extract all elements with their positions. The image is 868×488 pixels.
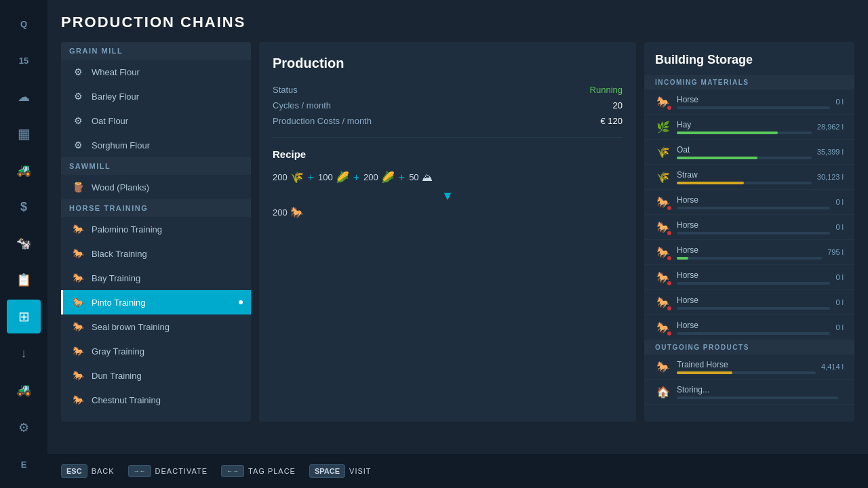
list-item-wood-planks[interactable]: 🪵 Wood (Planks): [61, 175, 251, 199]
seal-brown-label: Seal brown Training: [92, 322, 170, 332]
dun-horse-icon: 🐎: [71, 369, 85, 382]
list-item-seal-brown-training[interactable]: 🐎 Seal brown Training: [61, 314, 251, 339]
status-label: Status: [273, 85, 298, 95]
pinto-horse-icon: 🐎: [71, 296, 85, 309]
tag-place-button[interactable]: ←→ TAG PLACE: [221, 465, 296, 477]
outgoing-header: OUTGOING PRODUCTS: [644, 340, 854, 354]
storage-horse-amount-3: 0 l: [835, 223, 844, 231]
sidebar-item-q[interactable]: Q: [7, 7, 41, 41]
recipe-arrow-down: ▼: [273, 189, 623, 203]
recipe-item-1: 200 🌾: [273, 171, 304, 184]
active-dot: [239, 300, 243, 304]
document-icon: 📋: [16, 272, 31, 287]
sidebar-item-chart[interactable]: ▦: [7, 117, 41, 150]
storage-horse-icon-4: 🐎: [655, 244, 671, 260]
storage-horse-icon-5: 🐎: [655, 269, 671, 285]
status-value: Running: [590, 85, 623, 95]
grain-icon-1: 🌾: [290, 171, 304, 184]
space-key: SPACE: [309, 464, 345, 478]
recipe-amount-3: 200: [363, 172, 378, 182]
recipe-input-row: 200 🌾 + 100 🌽 + 200 🌽 + 50 ⛰: [273, 171, 623, 184]
back-button[interactable]: ESC BACK: [61, 464, 115, 478]
storage-item-hay: 🌿 Hay 28,962 l: [644, 115, 854, 140]
sidebar-item-vehicle2[interactable]: 🚜: [7, 373, 41, 407]
list-item-black-training[interactable]: 🐎 Black Training: [61, 241, 251, 266]
back-label: BACK: [92, 467, 115, 475]
section-header-sawmill: SAWMILL: [61, 157, 251, 175]
recipe-amount-4: 50: [409, 172, 418, 182]
cattle-icon: 🐄: [16, 236, 31, 251]
barley-flour-label: Barley Flour: [92, 92, 139, 102]
storage-storing-name: Storing...: [677, 385, 838, 394]
list-item-sorghum-flour[interactable]: ⚙ Sorghum Flour: [61, 133, 251, 157]
seal-brown-icon: 🐎: [71, 320, 85, 333]
black-horse-icon: 🐎: [71, 247, 85, 260]
storage-horse-amount-5: 0 l: [835, 273, 844, 281]
sidebar-item-dollar[interactable]: $: [7, 190, 41, 224]
storage-item-horse-5: 🐎 Horse 0 l: [644, 265, 854, 290]
sidebar-item-download[interactable]: ↓: [7, 336, 41, 370]
storage-horse-amount-7: 0 l: [835, 323, 844, 331]
storage-horse-icon-7: 🐎: [655, 319, 671, 336]
deactivate-label: DEACTIVATE: [155, 467, 208, 475]
storage-panel: Building Storage INCOMING MATERIALS 🐎 Ho…: [644, 42, 854, 422]
recipe-title: Recipe: [273, 148, 623, 160]
production-panel: Production Status Running Cycles / month…: [259, 42, 636, 422]
sidebar-item-cattle[interactable]: 🐄: [7, 226, 41, 260]
list-item-oat-flour[interactable]: ⚙ Oat Flour: [61, 108, 251, 133]
list-item-pinto-training[interactable]: 🐎 Pinto Training: [61, 290, 251, 314]
recipe-output-item: 200 🐎: [273, 206, 304, 219]
deactivate-button[interactable]: →← DEACTIVATE: [128, 465, 208, 477]
storage-horse-amount-6: 0 l: [835, 298, 844, 306]
storage-horse-name-2: Horse: [677, 195, 830, 205]
storage-horse-name-1: Horse: [677, 95, 830, 104]
storage-item-horse-3: 🐎 Horse 0 l: [644, 215, 854, 240]
storage-horse-name-3: Horse: [677, 220, 830, 230]
content-area: GRAIN MILL ⚙ Wheat Flour ⚙ Barley Flour …: [61, 42, 854, 422]
bottom-bar: ESC BACK →← DEACTIVATE ←→ TAG PLACE SPAC…: [47, 454, 868, 488]
gray-horse-icon: 🐎: [71, 344, 85, 358]
list-item-bay-training[interactable]: 🐎 Bay Training: [61, 266, 251, 290]
sidebar-item-production[interactable]: ⊞: [7, 300, 41, 333]
weather-icon: ☁: [18, 89, 30, 104]
storage-oat-amount: 35,399 l: [817, 148, 844, 156]
storage-item-oat: 🌾 Oat 35,399 l: [644, 140, 854, 165]
plus-1: +: [308, 171, 314, 184]
palomino-label: Palomino Training: [92, 224, 162, 235]
sidebar-item-e[interactable]: E: [7, 447, 41, 481]
cycles-row: Cycles / month 20: [273, 100, 623, 110]
tag-place-label: TAG PLACE: [248, 467, 296, 475]
barley-flour-icon: ⚙: [71, 89, 85, 103]
storage-title: Building Storage: [644, 42, 854, 75]
visit-button[interactable]: SPACE VISIT: [309, 464, 372, 478]
sidebar-item-15[interactable]: 15: [7, 43, 41, 77]
storage-trained-horse-icon: 🐎: [655, 359, 671, 375]
list-item-barley-flour[interactable]: ⚙ Barley Flour: [61, 84, 251, 108]
divider: [273, 137, 623, 138]
recipe-item-3: 200 🌽: [363, 171, 395, 184]
list-item-chestnut-training[interactable]: 🐎 Chestnut Training: [61, 388, 251, 412]
settings-icon: ⚙: [18, 420, 29, 435]
costs-label: Production Costs / month: [273, 116, 372, 126]
section-header-horse-training: HORSE TRAINING: [61, 199, 251, 217]
list-item-palomino-training[interactable]: 🐎 Palomino Training: [61, 217, 251, 241]
plus-2: +: [353, 171, 359, 184]
list-item-gray-training[interactable]: 🐎 Gray Training: [61, 339, 251, 363]
sidebar-item-tractor[interactable]: 🚜: [7, 153, 41, 187]
storage-trained-horse-name: Trained Horse: [677, 360, 816, 369]
sidebar-item-settings[interactable]: ⚙: [7, 411, 41, 445]
storage-item-horse-2: 🐎 Horse 0 l: [644, 190, 854, 215]
storage-item-horse-1: 🐎 Horse 0 l: [644, 89, 854, 115]
production-icon: ⊞: [18, 308, 30, 325]
storage-storing-icon: 🏠: [655, 384, 671, 400]
list-item-wheat-flour[interactable]: ⚙ Wheat Flour: [61, 60, 251, 84]
list-item-dun-training[interactable]: 🐎 Dun Training: [61, 363, 251, 388]
storage-item-horse-7: 🐎 Horse 0 l: [644, 315, 854, 340]
vehicle-icon: 🚜: [16, 382, 31, 397]
deactivate-key: →←: [128, 465, 151, 477]
storage-hay-icon: 🌿: [655, 119, 671, 135]
sidebar-item-document[interactable]: 📋: [7, 263, 41, 297]
sorghum-flour-icon: ⚙: [71, 138, 85, 152]
visit-label: VISIT: [349, 467, 372, 475]
sidebar-item-weather[interactable]: ☁: [7, 80, 41, 114]
